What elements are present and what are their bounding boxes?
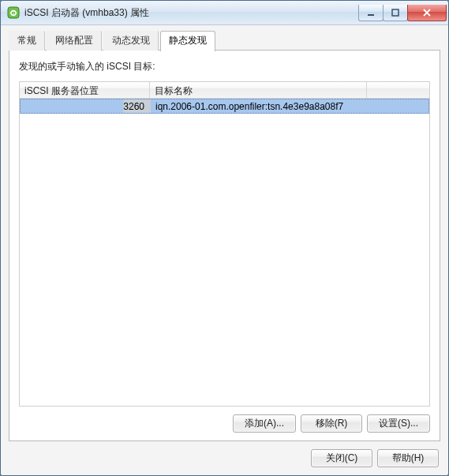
tab-static[interactable]: 静态发现 bbox=[160, 31, 215, 51]
tab-strip: 常规 网络配置 动态发现 静态发现 bbox=[9, 32, 440, 51]
tab-network[interactable]: 网络配置 bbox=[47, 31, 102, 51]
remove-button[interactable]: 移除(R) bbox=[301, 414, 362, 433]
tab-general[interactable]: 常规 bbox=[9, 31, 45, 51]
svg-rect-0 bbox=[8, 7, 19, 18]
client-area: 常规 网络配置 动态发现 静态发现 发现的或手动输入的 iSCSI 目标: iS… bbox=[1, 25, 448, 475]
minimize-button[interactable] bbox=[358, 5, 384, 21]
targets-listview[interactable]: iSCSI 服务器位置 目标名称 3260 iqn.2006-01.com.op… bbox=[19, 81, 430, 407]
cell-server-location: 3260 bbox=[21, 99, 151, 113]
caption-buttons bbox=[359, 5, 447, 21]
listview-body[interactable]: 3260 iqn.2006-01.com.openfiler:tsn.4e3e9… bbox=[20, 99, 429, 406]
tab-page-static: 发现的或手动输入的 iSCSI 目标: iSCSI 服务器位置 目标名称 326… bbox=[9, 51, 440, 441]
svg-rect-2 bbox=[392, 9, 398, 16]
dialog-buttons: 关闭(C) 帮助(H) bbox=[9, 441, 440, 467]
col-target-name[interactable]: 目标名称 bbox=[150, 82, 367, 98]
close-button[interactable] bbox=[407, 5, 447, 21]
targets-label: 发现的或手动输入的 iSCSI 目标: bbox=[19, 60, 430, 73]
table-row[interactable]: 3260 iqn.2006-01.com.openfiler:tsn.4e3e9… bbox=[20, 99, 429, 114]
cell-port: 3260 bbox=[123, 101, 144, 112]
add-button[interactable]: 添加(A)... bbox=[233, 414, 296, 433]
svg-rect-1 bbox=[368, 14, 374, 16]
col-server-location[interactable]: iSCSI 服务器位置 bbox=[20, 82, 150, 98]
dialog-window: iSCSI 启动器 (vmhba33) 属性 常规 网络配置 动态发现 静态发现… bbox=[0, 0, 449, 476]
col-spacer[interactable] bbox=[367, 82, 429, 98]
listview-header[interactable]: iSCSI 服务器位置 目标名称 bbox=[20, 82, 429, 99]
cell-empty bbox=[368, 99, 428, 113]
close-dialog-button[interactable]: 关闭(C) bbox=[311, 449, 372, 467]
window-title: iSCSI 启动器 (vmhba33) 属性 bbox=[24, 6, 359, 20]
maximize-button[interactable] bbox=[383, 5, 408, 21]
listview-buttons: 添加(A)... 移除(R) 设置(S)... bbox=[19, 414, 430, 433]
settings-button[interactable]: 设置(S)... bbox=[367, 414, 430, 433]
cell-target-name: iqn.2006-01.com.openfiler:tsn.4e3e9a8a08… bbox=[151, 99, 368, 113]
app-icon bbox=[7, 6, 20, 19]
tab-dynamic[interactable]: 动态发现 bbox=[103, 31, 159, 51]
titlebar[interactable]: iSCSI 启动器 (vmhba33) 属性 bbox=[1, 1, 448, 25]
help-button[interactable]: 帮助(H) bbox=[377, 449, 439, 467]
